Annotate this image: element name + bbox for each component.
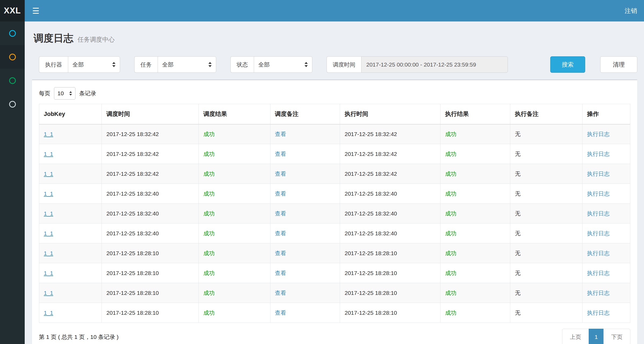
exec-log-link[interactable]: 执行日志 <box>587 191 610 197</box>
jobkey-link[interactable]: 1_1 <box>44 290 53 296</box>
jobkey-link[interactable]: 1_1 <box>44 151 53 157</box>
app-logo[interactable]: XXL <box>0 0 25 21</box>
exec-remark-cell: 无 <box>510 164 583 184</box>
page-size-select[interactable]: 10 <box>54 87 75 100</box>
exec-result-cell: 成功 <box>440 204 510 224</box>
trigger-result-badge: 成功 <box>203 310 215 316</box>
executor-select[interactable]: 全部 <box>68 56 120 73</box>
exec-log-link[interactable]: 执行日志 <box>587 171 610 177</box>
executor-filter-group: 执行器 全部 <box>39 56 120 73</box>
trigger-remark-link[interactable]: 查看 <box>275 191 286 197</box>
exec-log-link[interactable]: 执行日志 <box>587 210 610 217</box>
exec-result-cell: 成功 <box>440 263 510 283</box>
status-select[interactable]: 全部 <box>254 56 312 73</box>
column-header: 调度时间 <box>102 104 199 124</box>
search-button[interactable]: 搜索 <box>550 56 585 73</box>
trigger-result-cell: 成功 <box>199 144 270 164</box>
exec-log-link[interactable]: 执行日志 <box>587 230 610 236</box>
table-row: 1_1 2017-12-25 18:28:10 成功 查看 2017-12-25… <box>39 243 630 263</box>
exec-result-cell: 成功 <box>440 283 510 303</box>
filter-bar: 执行器 全部 任务 全部 状态 全部 调度时间 2017-12-25 00:00… <box>32 56 637 73</box>
trigger-result-badge: 成功 <box>203 290 215 296</box>
jobkey-cell: 1_1 <box>39 164 102 184</box>
jobkey-link[interactable]: 1_1 <box>44 210 53 217</box>
action-cell: 执行日志 <box>582 124 630 144</box>
trigger-remark-link[interactable]: 查看 <box>275 151 286 157</box>
exec-log-link[interactable]: 执行日志 <box>587 131 610 137</box>
sidebar-toggle-button[interactable]: ☰ <box>25 0 47 21</box>
log-table: JobKey调度时间调度结果调度备注执行时间执行结果执行备注操作 1_1 201… <box>39 104 630 323</box>
exec-log-link[interactable]: 执行日志 <box>587 250 610 256</box>
jobkey-link[interactable]: 1_1 <box>44 230 53 236</box>
jobkey-link[interactable]: 1_1 <box>44 131 53 137</box>
jobkey-link[interactable]: 1_1 <box>44 270 53 276</box>
exec-time-cell: 2017-12-25 18:32:40 <box>340 184 440 204</box>
trigger-time-cell: 2017-12-25 18:28:10 <box>102 263 199 283</box>
jobkey-cell: 1_1 <box>39 184 102 204</box>
action-cell: 执行日志 <box>582 303 630 323</box>
clear-button[interactable]: 清理 <box>600 56 637 73</box>
sidebar-item-dashboard[interactable] <box>0 21 25 45</box>
prev-page-button[interactable]: 上页 <box>562 329 589 344</box>
table-row: 1_1 2017-12-25 18:28:10 成功 查看 2017-12-25… <box>39 303 630 323</box>
exec-time-cell: 2017-12-25 18:28:10 <box>340 283 440 303</box>
page-subtitle: 任务调度中心 <box>78 36 115 43</box>
exec-log-link[interactable]: 执行日志 <box>587 310 610 316</box>
column-header: 执行时间 <box>340 104 440 124</box>
exec-time-cell: 2017-12-25 18:32:40 <box>340 204 440 224</box>
trigger-remark-link[interactable]: 查看 <box>275 131 286 137</box>
jobkey-link[interactable]: 1_1 <box>44 250 53 256</box>
job-log-icon <box>9 77 16 84</box>
exec-remark-cell: 无 <box>510 283 583 303</box>
exec-remark-cell: 无 <box>510 303 583 323</box>
trigger-remark-link[interactable]: 查看 <box>275 310 286 316</box>
job-select[interactable]: 全部 <box>158 56 216 73</box>
logout-button[interactable]: 注销 <box>618 0 644 21</box>
page-size-suffix-label: 条记录 <box>79 90 96 97</box>
exec-time-cell: 2017-12-25 18:32:42 <box>340 164 440 184</box>
exec-log-link[interactable]: 执行日志 <box>587 290 610 296</box>
trigger-remark-link[interactable]: 查看 <box>275 250 286 256</box>
exec-result-badge: 成功 <box>445 131 456 137</box>
trigger-remark-link[interactable]: 查看 <box>275 210 286 217</box>
jobkey-link[interactable]: 1_1 <box>44 171 53 177</box>
table-row: 1_1 2017-12-25 18:32:40 成功 查看 2017-12-25… <box>39 224 630 243</box>
next-page-button[interactable]: 下页 <box>603 329 630 344</box>
trigger-remark-link[interactable]: 查看 <box>275 270 286 276</box>
trigger-result-cell: 成功 <box>199 263 270 283</box>
action-cell: 执行日志 <box>582 283 630 303</box>
trigger-remark-cell: 查看 <box>270 224 340 243</box>
column-header: 执行结果 <box>440 104 510 124</box>
column-header: 操作 <box>582 104 630 124</box>
trigger-result-badge: 成功 <box>203 230 215 236</box>
trigger-remark-cell: 查看 <box>270 124 340 144</box>
trigger-remark-link[interactable]: 查看 <box>275 290 286 296</box>
trigger-remark-cell: 查看 <box>270 184 340 204</box>
jobkey-cell: 1_1 <box>39 263 102 283</box>
exec-result-badge: 成功 <box>445 210 456 217</box>
trigger-time-input[interactable]: 2017-12-25 00:00:00 - 2017-12-25 23:59:5… <box>361 56 508 73</box>
exec-result-cell: 成功 <box>440 144 510 164</box>
exec-result-cell: 成功 <box>440 224 510 243</box>
current-page-button[interactable]: 1 <box>589 329 604 344</box>
trigger-remark-link[interactable]: 查看 <box>275 230 286 236</box>
page-size-prefix-label: 每页 <box>39 90 50 97</box>
trigger-remark-link[interactable]: 查看 <box>275 171 286 177</box>
exec-time-cell: 2017-12-25 18:32:40 <box>340 224 440 243</box>
jobkey-cell: 1_1 <box>39 283 102 303</box>
trigger-remark-cell: 查看 <box>270 283 340 303</box>
sidebar-item-job-manage[interactable] <box>0 45 25 69</box>
table-row: 1_1 2017-12-25 18:32:42 成功 查看 2017-12-25… <box>39 144 630 164</box>
trigger-time-cell: 2017-12-25 18:32:40 <box>102 204 199 224</box>
exec-log-link[interactable]: 执行日志 <box>587 151 610 157</box>
dashboard-icon <box>9 30 16 37</box>
trigger-result-badge: 成功 <box>203 250 215 256</box>
exec-log-link[interactable]: 执行日志 <box>587 270 610 276</box>
jobkey-link[interactable]: 1_1 <box>44 191 53 197</box>
status-filter-group: 状态 全部 <box>230 56 312 73</box>
page-size-row: 每页 10 条记录 <box>39 87 630 100</box>
sidebar-item-job-log[interactable] <box>0 69 25 92</box>
top-navbar: XXL ☰ 注销 <box>0 0 644 21</box>
jobkey-link[interactable]: 1_1 <box>44 310 53 316</box>
sidebar-item-executor-manage[interactable] <box>0 92 25 116</box>
